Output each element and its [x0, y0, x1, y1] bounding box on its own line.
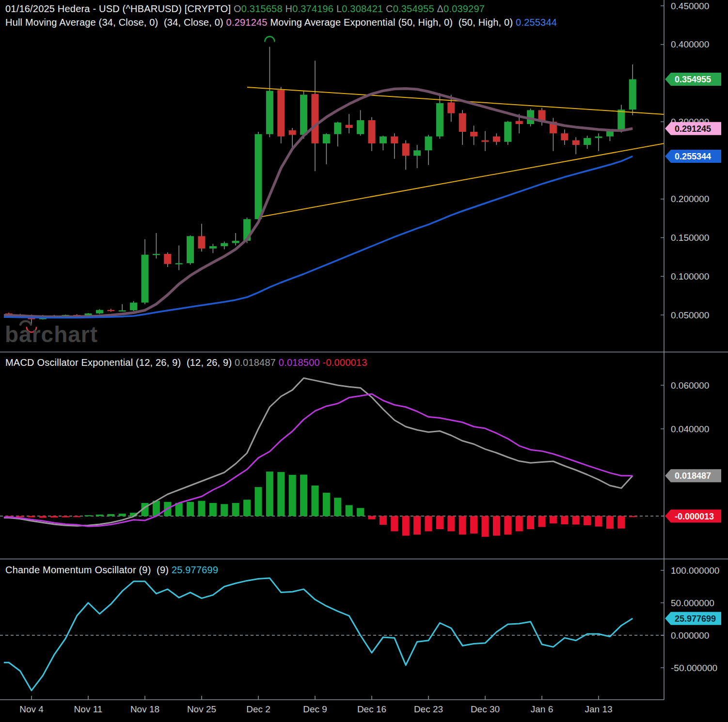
header-segment: MACD Oscillator Exponential (12, 26, 9) [5, 357, 187, 368]
x-axis-label: Jan 13 [585, 704, 612, 714]
candle-body [493, 137, 500, 142]
header-segment: 0.018500 [279, 357, 323, 368]
candle-body [425, 137, 432, 151]
candle-body [312, 94, 319, 143]
macd-hist-bar [516, 516, 523, 532]
candle-body [595, 137, 602, 138]
header-segment: 0.308421 [342, 3, 386, 14]
macd-hist-bar [470, 516, 477, 534]
y-axis-label: 0.060000 [671, 380, 709, 391]
candle-body [107, 310, 114, 311]
macd-hist-bar [16, 516, 24, 517]
candle-body [130, 302, 137, 310]
macd-header: MACD Oscillator Exponential (12, 26, 9) … [5, 356, 367, 369]
macd-tag-label: 0.018487 [675, 471, 711, 481]
macd-hist-bar [584, 516, 591, 525]
ema-line [4, 157, 633, 318]
arc-up-marker [265, 36, 274, 41]
price-header-line1: 01/16/2025 Hedera - USD (^HBARUSD) [CRYP… [5, 2, 485, 15]
y-axis-label: 100.000000 [671, 565, 719, 576]
lower-trendline [259, 143, 664, 217]
y-axis-label: 0.100000 [671, 271, 709, 282]
candle-body [153, 254, 160, 255]
candle-body [516, 121, 523, 124]
cmo-panel[interactable] [0, 578, 664, 691]
macd-hist-bar [482, 516, 489, 537]
candle-body [436, 103, 443, 137]
macd-hist-bar [50, 516, 58, 518]
candle-body [119, 310, 126, 311]
candle-body [187, 236, 194, 263]
header-segment: 0.354955 [393, 3, 437, 14]
macd-hist-bar [595, 516, 602, 527]
macd-hist-bar [300, 475, 307, 517]
header-segment: Chande Momentum Oscillator (9) [5, 565, 157, 575]
header-segment: (9) [157, 565, 172, 575]
macd-hist-bar [550, 516, 557, 523]
macd-hist-bar [73, 516, 80, 517]
close-tag-label: 0.354955 [675, 75, 711, 84]
y-axis-label: 0.000000 [671, 630, 709, 641]
macd-hist-bar [187, 502, 194, 516]
candle-body [277, 90, 285, 137]
header-segment: 0.039297 [443, 3, 485, 14]
candle-body [368, 120, 376, 143]
candle-body [266, 91, 273, 134]
candle-body [413, 150, 421, 156]
candle-body [402, 143, 410, 156]
candle-body [617, 110, 625, 131]
candle-body [447, 102, 455, 113]
hist-tag: -0.000013 [665, 510, 721, 523]
y-axis-label: 0.200000 [671, 194, 709, 204]
candle-body [346, 125, 353, 128]
x-axis-label: Nov 11 [74, 704, 103, 714]
hist-tag-label: -0.000013 [675, 512, 714, 521]
header-segment: (12, 26, 9) [187, 357, 235, 368]
candle-body [255, 134, 262, 219]
header-segment: C [386, 3, 393, 14]
header-segment: 0.018487 [235, 357, 279, 368]
header-segment: -0.000013 [323, 357, 367, 368]
candle-body [391, 137, 398, 143]
macd-hist-bar [436, 516, 443, 529]
panel-divider [0, 558, 728, 560]
macd-hist-bar [346, 505, 353, 517]
y-axis-label: 0.050000 [671, 310, 709, 320]
candle-body [334, 123, 341, 134]
macd-hist-bar [368, 516, 376, 519]
upper-trendline [247, 87, 664, 114]
macd-hist-bar [402, 516, 410, 536]
x-axis-label: Dec 23 [414, 704, 443, 714]
macd-hist-bar [493, 516, 500, 536]
header-segment: Hull Moving Average (34, Close, 0) [5, 17, 164, 28]
header-segment: (34, Close, 0) [164, 17, 226, 28]
cmo-tag: 25.977699 [665, 612, 721, 625]
header-segment: 25.977699 [172, 565, 218, 575]
y-axis-label: -50.000000 [671, 663, 717, 673]
macd-hist-bar [561, 516, 568, 524]
macd-hist-bar [255, 487, 262, 516]
macd-panel[interactable] [0, 378, 664, 537]
macd-hist-bar [209, 503, 217, 516]
candle-body [606, 131, 614, 136]
candle-body [221, 243, 228, 246]
candle-body [323, 134, 330, 143]
macd-hist-bar [504, 516, 511, 534]
x-axis-label: Nov 4 [19, 704, 44, 714]
macd-hist-bar [289, 475, 296, 516]
x-axis-label: Dec 9 [303, 704, 327, 714]
header-segment: 0.374196 [292, 3, 336, 14]
candle-body [175, 263, 183, 264]
macd-hist-bar [107, 514, 114, 516]
y-axis-label: 0.150000 [671, 233, 709, 243]
header-segment: O [234, 3, 241, 14]
macd-hist-bar [323, 493, 330, 516]
price-panel[interactable] [4, 36, 664, 332]
y-axis-label: 50.000000 [671, 598, 714, 608]
macd-hist-bar [629, 516, 636, 517]
macd-hist-bar [425, 516, 432, 532]
candle-body [209, 246, 217, 249]
candle-body [289, 130, 296, 135]
y-axis-label: 0.450000 [671, 1, 709, 11]
close-tag: 0.354955 [665, 73, 721, 86]
